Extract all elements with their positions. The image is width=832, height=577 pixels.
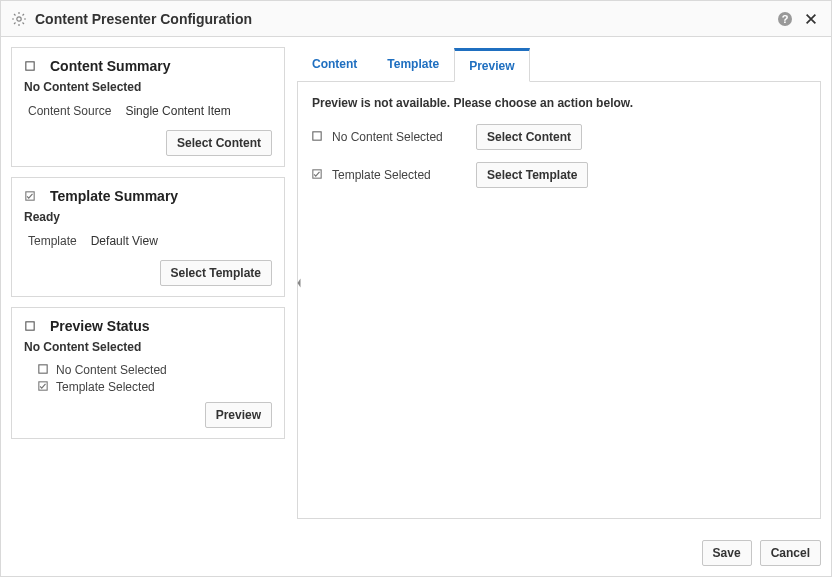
list-item: Template Selected [38,379,272,396]
template-summary-card: Template Summary Ready Template Default … [11,177,285,297]
template-value: Default View [91,234,158,248]
splitter-handle[interactable] [295,271,303,295]
select-template-button[interactable]: Select Template [476,162,588,188]
card-header: Preview Status [24,318,272,334]
card-header: Template Summary [24,188,272,204]
checked-icon [24,190,36,202]
list-item-label: No Content Selected [56,362,167,379]
unchecked-icon [38,364,50,376]
checked-icon [312,169,324,181]
action-label: No Content Selected [312,130,462,144]
dialog: Content Presenter Configuration ? Conten… [0,0,832,577]
preview-message: Preview is not available. Please choose … [312,96,806,110]
content-source-value: Single Content Item [125,104,230,118]
action-row: No Content Selected Select Content [312,124,806,150]
svg-text:?: ? [782,13,789,25]
svg-rect-3 [26,62,34,70]
preview-status-title: Preview Status [50,318,150,334]
gear-icon [11,11,27,27]
preview-panel: Preview is not available. Please choose … [297,82,821,519]
select-content-button[interactable]: Select Content [476,124,582,150]
template-row: Template Default View [24,232,272,254]
preview-status-list: No Content Selected Template Selected [38,362,272,396]
action-row: Template Selected Select Template [312,162,806,188]
tab-content[interactable]: Content [297,48,372,82]
cancel-button[interactable]: Cancel [760,540,821,566]
content-summary-title: Content Summary [50,58,171,74]
tabs: Content Template Preview [297,47,821,82]
select-template-button[interactable]: Select Template [160,260,272,286]
tab-template[interactable]: Template [372,48,454,82]
tab-preview[interactable]: Preview [454,48,529,82]
list-item-label: Template Selected [56,379,155,396]
titlebar: Content Presenter Configuration ? [1,1,831,37]
unchecked-icon [312,131,324,143]
help-icon[interactable]: ? [775,9,795,29]
left-pane: Content Summary No Content Selected Cont… [1,37,295,529]
unchecked-icon [24,60,36,72]
svg-rect-8 [313,132,321,140]
preview-status-card: Preview Status No Content Selected No Co… [11,307,285,439]
template-label: Template [28,234,77,248]
svg-rect-5 [26,322,34,330]
close-icon[interactable] [801,9,821,29]
checked-icon [38,381,50,393]
template-summary-status: Ready [24,210,272,224]
dialog-title: Content Presenter Configuration [35,11,769,27]
save-button[interactable]: Save [702,540,752,566]
dialog-footer: Save Cancel [1,529,831,576]
right-pane: Content Template Preview Preview is not … [295,37,831,529]
dialog-body: Content Summary No Content Selected Cont… [1,37,831,529]
svg-point-0 [17,16,21,20]
list-item: No Content Selected [38,362,272,379]
preview-button[interactable]: Preview [205,402,272,428]
content-summary-card: Content Summary No Content Selected Cont… [11,47,285,167]
action-label: Template Selected [312,168,462,182]
action-label-text: No Content Selected [332,130,443,144]
action-label-text: Template Selected [332,168,431,182]
unchecked-icon [24,320,36,332]
template-summary-title: Template Summary [50,188,178,204]
content-summary-status: No Content Selected [24,80,272,94]
select-content-button[interactable]: Select Content [166,130,272,156]
preview-status-status: No Content Selected [24,340,272,354]
svg-rect-6 [39,365,47,373]
content-source-row: Content Source Single Content Item [24,102,272,124]
card-header: Content Summary [24,58,272,74]
content-source-label: Content Source [28,104,111,118]
